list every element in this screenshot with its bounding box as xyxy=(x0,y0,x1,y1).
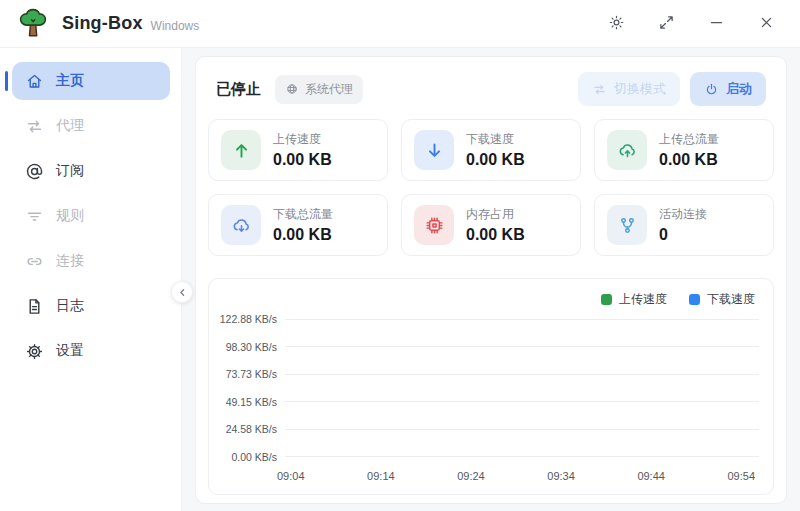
x-axis-tick-label: 09:34 xyxy=(547,470,575,484)
arrow-up-icon xyxy=(221,130,261,170)
chart-legend: 上传速度 下载速度 xyxy=(219,291,755,307)
sidebar-item-label: 订阅 xyxy=(56,162,84,180)
gridline xyxy=(285,319,759,320)
sidebar: 主页 代理 订阅 规则 连接 日志 xyxy=(0,48,182,511)
stat-card-label: 下载速度 xyxy=(466,131,525,148)
chart-grid-row: 49.15 KB/s xyxy=(219,396,759,408)
上传速度: 上传速度 xyxy=(601,291,667,308)
fork-icon xyxy=(607,205,647,245)
stat-card: 下载速度 0.00 KB xyxy=(401,119,581,181)
at-sign-icon xyxy=(24,161,44,181)
minimize-button[interactable] xyxy=(696,8,736,40)
swap-arrows-icon xyxy=(24,116,44,136)
legend-label: 上传速度 xyxy=(619,291,667,308)
switch-mode-button[interactable]: 切换模式 xyxy=(578,72,680,106)
sidebar-item-logs[interactable]: 日志 xyxy=(12,287,170,325)
stat-card: 下载总流量 0.00 KB xyxy=(208,194,388,256)
gridline xyxy=(285,429,759,430)
status-row: 已停止 系统代理 切换模式 启动 xyxy=(216,73,766,105)
stat-cards: 上传速度 0.00 KB 下载速度 0.00 KB xyxy=(208,119,774,256)
sidebar-item-connections[interactable]: 连接 xyxy=(12,242,170,280)
link-icon xyxy=(24,251,44,271)
y-axis-tick-label: 24.58 KB/s xyxy=(219,423,285,435)
theme-toggle-button[interactable] xyxy=(596,8,636,40)
close-button[interactable] xyxy=(746,8,786,40)
home-icon xyxy=(24,71,44,91)
stat-card-label: 下载总流量 xyxy=(273,206,333,223)
y-axis-tick-label: 73.73 KB/s xyxy=(219,368,285,380)
x-axis-tick-label: 09:14 xyxy=(367,470,395,484)
app-logo-tree-icon xyxy=(16,7,50,41)
start-button[interactable]: 启动 xyxy=(690,72,766,106)
minimize-icon xyxy=(708,14,725,34)
app-platform-label: Windows xyxy=(151,15,200,33)
system-proxy-badge[interactable]: 系统代理 xyxy=(275,75,363,104)
gridline xyxy=(285,374,759,375)
gridline xyxy=(285,456,759,457)
sidebar-item-subscription[interactable]: 订阅 xyxy=(12,152,170,190)
sidebar-item-home[interactable]: 主页 xyxy=(12,62,170,100)
arrow-down-icon xyxy=(414,130,454,170)
gridline xyxy=(285,346,759,347)
y-axis-tick-label: 49.15 KB/s xyxy=(219,396,285,408)
下载速度: 下载速度 xyxy=(689,291,755,308)
cloud-upload-icon xyxy=(607,130,647,170)
legend-swatch xyxy=(601,294,612,305)
stat-card: 上传速度 0.00 KB xyxy=(208,119,388,181)
status-text: 已停止 xyxy=(216,80,261,99)
stat-card-value: 0 xyxy=(659,226,707,244)
chart-grid-row: 98.30 KB/s xyxy=(219,341,759,353)
x-axis-tick-label: 09:54 xyxy=(727,470,755,484)
sidebar-item-label: 规则 xyxy=(56,207,84,225)
sidebar-item-label: 连接 xyxy=(56,252,84,270)
swap-arrows-icon xyxy=(592,82,607,97)
chart-grid-row: 0.00 KB/s xyxy=(219,451,759,463)
stat-card-value: 0.00 KB xyxy=(466,226,525,244)
legend-swatch xyxy=(689,294,700,305)
sidebar-collapse-button[interactable] xyxy=(171,281,193,303)
system-proxy-label: 系统代理 xyxy=(305,81,353,98)
power-icon xyxy=(704,82,719,97)
chart-grid-row: 122.88 KB/s xyxy=(219,313,759,325)
fullscreen-button[interactable] xyxy=(646,8,686,40)
x-axis: 09:04 09:14 09:24 09:34 09:44 09:54 xyxy=(277,470,755,484)
cloud-download-icon xyxy=(221,205,261,245)
stat-card-value: 0.00 KB xyxy=(659,151,719,169)
sidebar-item-label: 设置 xyxy=(56,342,84,360)
stat-card-value: 0.00 KB xyxy=(466,151,525,169)
file-icon xyxy=(24,296,44,316)
filter-icon xyxy=(24,206,44,226)
sidebar-item-label: 主页 xyxy=(56,72,84,90)
sidebar-item-settings[interactable]: 设置 xyxy=(12,332,170,370)
gear-icon xyxy=(24,341,44,361)
x-axis-tick-label: 09:04 xyxy=(277,470,305,484)
stat-card-label: 内存占用 xyxy=(466,206,525,223)
y-axis-tick-label: 98.30 KB/s xyxy=(219,341,285,353)
stat-card-label: 上传速度 xyxy=(273,131,332,148)
y-axis-tick-label: 0.00 KB/s xyxy=(219,451,285,463)
sun-icon xyxy=(608,14,625,34)
stat-card-label: 活动连接 xyxy=(659,206,707,223)
stat-card: 上传总流量 0.00 KB xyxy=(594,119,774,181)
stat-card-label: 上传总流量 xyxy=(659,131,719,148)
expand-icon xyxy=(658,14,675,34)
globe-icon xyxy=(285,82,299,96)
close-icon xyxy=(758,14,775,34)
stat-card: 内存占用 0.00 KB xyxy=(401,194,581,256)
sidebar-item-proxy[interactable]: 代理 xyxy=(12,107,170,145)
sidebar-item-label: 代理 xyxy=(56,117,84,135)
cpu-icon xyxy=(414,205,454,245)
main-content: 已停止 系统代理 切换模式 启动 xyxy=(182,48,800,511)
traffic-chart: 上传速度 下载速度 122.88 KB/s xyxy=(208,278,774,495)
sidebar-item-rules[interactable]: 规则 xyxy=(12,197,170,235)
chart-grid-row: 73.73 KB/s xyxy=(219,368,759,380)
chevron-left-icon xyxy=(176,286,189,299)
chart-grid: 122.88 KB/s 98.30 KB/s 73.73 KB/s xyxy=(219,313,759,463)
x-axis-tick-label: 09:24 xyxy=(457,470,485,484)
window-controls xyxy=(586,8,786,40)
legend-label: 下载速度 xyxy=(707,291,755,308)
dashboard-panel: 已停止 系统代理 切换模式 启动 xyxy=(195,56,787,504)
app-shell: 主页 代理 订阅 规则 连接 日志 xyxy=(0,48,800,511)
start-label: 启动 xyxy=(726,80,752,98)
stat-card-value: 0.00 KB xyxy=(273,226,333,244)
